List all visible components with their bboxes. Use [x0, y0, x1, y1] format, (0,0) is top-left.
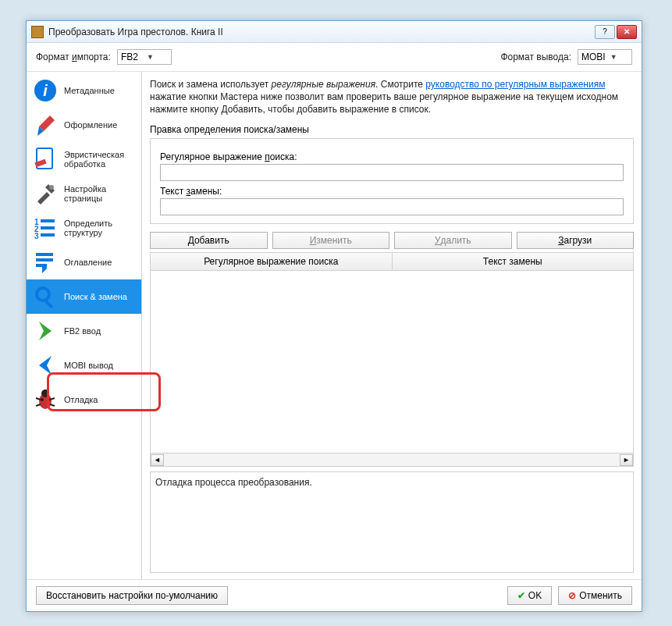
horizontal-scrollbar[interactable]: ◄ ► — [151, 453, 633, 466]
edit-button[interactable]: Изменить — [272, 232, 390, 249]
cancel-button[interactable]: ⊘Отменить — [558, 586, 632, 605]
page-icon — [33, 147, 58, 172]
help-button[interactable]: ? — [595, 25, 615, 39]
sidebar: i Метаданные Оформление Эвристическая об… — [27, 72, 142, 579]
sidebar-item-label: FB2 ввод — [64, 326, 101, 336]
svg-point-14 — [41, 389, 49, 397]
window-title: Преобразовать Игра престолов. Книга II — [48, 27, 593, 37]
sidebar-item-search-replace[interactable]: Поиск & замена — [27, 279, 141, 314]
sidebar-item-look[interactable]: Оформление — [27, 108, 141, 142]
svg-point-11 — [37, 288, 49, 301]
toc-icon — [33, 250, 58, 275]
bug-icon — [33, 387, 58, 412]
chevron-left-icon — [33, 353, 58, 378]
svg-rect-12 — [44, 300, 53, 308]
sidebar-item-toc[interactable]: Оглавление — [27, 245, 141, 279]
svg-text:3: 3 — [34, 232, 39, 240]
output-format-combo[interactable]: MOBI ▼ — [578, 49, 632, 65]
col-search[interactable]: Регулярное выражение поиска — [151, 253, 393, 270]
replace-text-input[interactable] — [160, 198, 624, 215]
sidebar-item-label: Поиск & замена — [64, 292, 127, 301]
chevron-down-icon: ▼ — [147, 53, 168, 61]
svg-point-2 — [49, 185, 54, 190]
rules-table: Регулярное выражение поиска Текст замены… — [150, 252, 634, 467]
sidebar-item-label: Оформление — [64, 120, 117, 130]
sidebar-item-debug[interactable]: Отладка — [27, 382, 141, 417]
tools-icon — [33, 181, 58, 206]
sidebar-item-fb2-input[interactable]: FB2 ввод — [27, 314, 141, 348]
chevron-down-icon: ▼ — [610, 53, 628, 61]
import-format-value: FB2 — [121, 52, 142, 62]
close-button[interactable]: ✕ — [617, 25, 637, 39]
regex-manual-link[interactable]: руководство по регулярным выражениям — [425, 79, 605, 90]
app-icon — [31, 26, 44, 38]
output-format-label: Формат вывода: — [500, 52, 571, 62]
sidebar-item-label: Метаданные — [64, 86, 115, 95]
svg-line-20 — [50, 404, 55, 406]
svg-rect-10 — [36, 258, 53, 261]
sidebar-item-mobi-output[interactable]: MOBI вывод — [27, 348, 141, 382]
col-replace[interactable]: Текст замены — [393, 253, 634, 270]
add-button[interactable]: Добавить — [150, 232, 268, 249]
dialog-window: Преобразовать Игра престолов. Книга II ?… — [26, 20, 642, 612]
sidebar-item-label: Эвристическая обработка — [64, 150, 135, 169]
scroll-right-icon[interactable]: ► — [620, 454, 633, 466]
sidebar-item-pagesetup[interactable]: Настройка страницы — [27, 176, 141, 211]
cancel-icon: ⊘ — [568, 590, 576, 601]
sidebar-item-label: Оглавление — [64, 258, 112, 267]
table-body[interactable] — [151, 271, 633, 453]
debug-text: Отладка процесса преобразования. — [155, 477, 312, 488]
sidebar-item-label: Отладка — [64, 395, 98, 404]
scroll-left-icon[interactable]: ◄ — [151, 454, 164, 466]
main-panel: Поиск и замена использует регулярные выр… — [142, 72, 642, 579]
sidebar-item-structure[interactable]: 123 Определить структуру — [27, 211, 141, 245]
sidebar-item-label: MOBI вывод — [64, 361, 113, 370]
search-icon — [33, 284, 58, 309]
titlebar[interactable]: Преобразовать Игра престолов. Книга II ?… — [27, 21, 642, 43]
info-icon: i — [33, 78, 58, 103]
svg-rect-6 — [41, 219, 55, 222]
sidebar-item-label: Определить структуру — [64, 219, 135, 237]
load-button[interactable]: Загрузи — [517, 232, 635, 249]
footer: Восстановить настройки по-умолчанию ✔OK … — [27, 579, 642, 611]
intro-text: Поиск и замена использует регулярные выр… — [150, 78, 634, 116]
svg-line-19 — [36, 404, 41, 406]
svg-rect-9 — [36, 253, 53, 256]
edit-groupbox: Регулярное выражение поиска: Текст замен… — [150, 138, 634, 224]
replace-text-label: Текст замены: — [160, 186, 624, 197]
format-row: Формат импорта: FB2 ▼ Формат вывода: MOB… — [27, 43, 642, 72]
sidebar-item-heuristic[interactable]: Эвристическая обработка — [27, 142, 141, 176]
debug-output: Отладка процесса преобразования. — [150, 471, 634, 573]
svg-point-15 — [41, 398, 44, 401]
svg-rect-8 — [41, 233, 55, 237]
list-icon: 123 — [33, 215, 58, 240]
check-icon: ✔ — [517, 590, 525, 601]
output-format-value: MOBI — [581, 52, 606, 62]
search-regex-label: Регулярное выражение поиска: — [160, 151, 624, 162]
sidebar-item-metadata[interactable]: i Метаданные — [27, 73, 141, 108]
search-regex-input[interactable] — [160, 164, 624, 181]
edit-heading: Правка определения поиска/замены — [150, 124, 634, 135]
delete-button[interactable]: Удалить — [394, 232, 512, 249]
ok-button[interactable]: ✔OK — [507, 586, 552, 605]
import-format-label: Формат импорта: — [36, 52, 111, 62]
restore-defaults-button[interactable]: Восстановить настройки по-умолчанию — [36, 586, 228, 605]
import-format-combo[interactable]: FB2 ▼ — [117, 49, 172, 65]
svg-rect-7 — [41, 226, 55, 229]
svg-point-16 — [47, 398, 50, 401]
brush-icon — [33, 112, 58, 137]
sidebar-item-label: Настройка страницы — [64, 184, 135, 203]
chevron-right-icon — [33, 318, 58, 343]
